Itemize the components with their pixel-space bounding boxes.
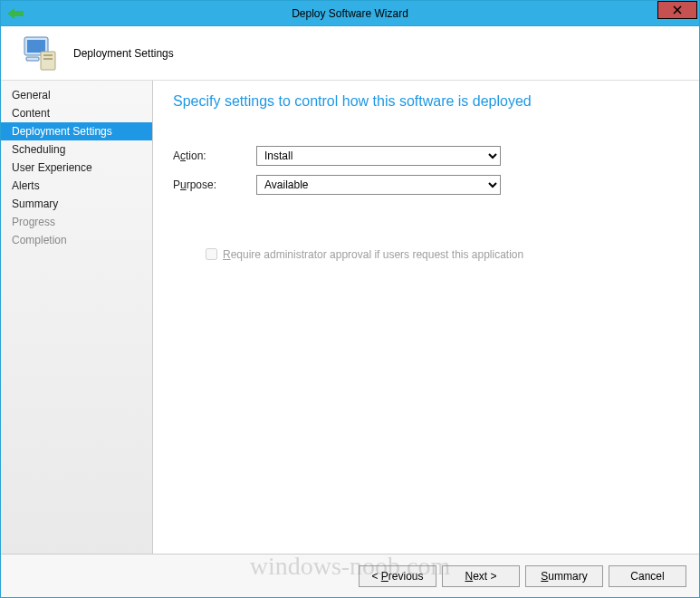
sidebar-item-user-experience[interactable]: User Experience <box>1 159 152 177</box>
approval-label: Require administrator approval if users … <box>223 248 523 261</box>
sidebar-item-progress: Progress <box>1 213 152 231</box>
previous-button[interactable]: < Previous <box>359 565 436 587</box>
purpose-row: Purpose: Available <box>173 175 679 195</box>
titlebar: Deploy Software Wizard <box>1 1 699 26</box>
svg-rect-7 <box>43 58 53 60</box>
approval-row: Require administrator approval if users … <box>202 246 679 263</box>
svg-rect-8 <box>26 57 39 61</box>
purpose-label: Purpose: <box>173 178 256 191</box>
computer-icon <box>19 32 62 75</box>
svg-rect-4 <box>27 40 45 53</box>
svg-marker-0 <box>7 8 24 19</box>
sidebar-item-deployment-settings[interactable]: Deployment Settings <box>1 122 152 140</box>
window-title: Deploy Software Wizard <box>292 7 408 20</box>
wizard-body: General Content Deployment Settings Sche… <box>1 81 699 554</box>
page-title: Specify settings to control how this sof… <box>173 93 679 110</box>
wizard-header: Deployment Settings <box>1 26 699 81</box>
action-row: Action: Install <box>173 146 679 166</box>
sidebar: General Content Deployment Settings Sche… <box>1 81 153 554</box>
svg-rect-6 <box>43 54 53 56</box>
sidebar-item-completion: Completion <box>1 231 152 249</box>
sidebar-item-general[interactable]: General <box>1 86 152 104</box>
back-forward-icon <box>6 5 24 23</box>
header-label: Deployment Settings <box>73 47 174 60</box>
sidebar-item-alerts[interactable]: Alerts <box>1 177 152 195</box>
wizard-footer: < Previous Next > Summary Cancel <box>1 554 699 597</box>
main-pane: Specify settings to control how this sof… <box>153 81 699 554</box>
sidebar-item-summary[interactable]: Summary <box>1 195 152 213</box>
purpose-select[interactable]: Available <box>256 175 501 195</box>
action-label: Action: <box>173 150 256 162</box>
approval-checkbox <box>206 248 217 260</box>
next-button[interactable]: Next > <box>442 565 520 587</box>
wizard-window: Deploy Software Wizard Deployment Settin… <box>0 0 700 598</box>
close-button[interactable] <box>657 1 697 19</box>
sidebar-item-content[interactable]: Content <box>1 104 152 122</box>
cancel-button[interactable]: Cancel <box>609 565 686 587</box>
summary-button[interactable]: Summary <box>525 565 603 587</box>
action-select[interactable]: Install <box>256 146 501 166</box>
sidebar-item-scheduling[interactable]: Scheduling <box>1 140 152 159</box>
